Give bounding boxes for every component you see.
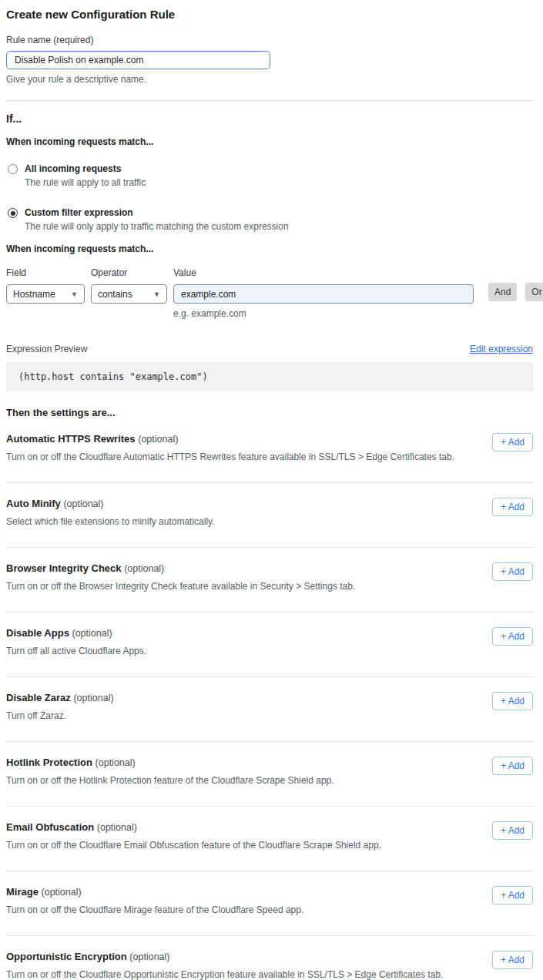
setting-optional: (optional) [124, 563, 164, 574]
field-select[interactable]: Hostname ▼ [6, 284, 85, 304]
or-button[interactable]: Or [525, 283, 543, 301]
setting-row-hotlink-protection: Hotlink Protection (optional) Turn on or… [6, 757, 533, 786]
expression-builder-row: Field Hostname ▼ Operator contains ▼ Val… [6, 267, 533, 319]
setting-name: Auto Minify [6, 498, 61, 509]
section-divider [6, 100, 533, 101]
radio-button-icon[interactable] [8, 164, 18, 174]
setting-description: Select which file extensions to minify a… [6, 516, 215, 527]
rule-name-label: Rule name (required) [6, 35, 533, 45]
setting-optional: (optional) [96, 757, 136, 768]
radio-description: The rule will apply to all traffic [25, 177, 146, 188]
setting-divider [6, 482, 533, 483]
expression-preview-label: Expression Preview [6, 344, 87, 354]
setting-divider [6, 676, 533, 677]
incoming-requests-match-label: When incoming requests match... [6, 136, 533, 147]
setting-divider [6, 741, 533, 742]
setting-row-mirage: Mirage (optional) Turn on or off the Clo… [6, 886, 533, 915]
setting-divider [6, 806, 533, 807]
add-button[interactable]: + Add [492, 821, 533, 840]
and-button[interactable]: And [488, 283, 517, 301]
setting-description: Turn on or off the Browser Integrity Che… [6, 581, 355, 592]
field-select-value: Hostname [13, 289, 55, 300]
setting-description: Turn on or off the Cloudflare Opportunis… [6, 969, 443, 980]
setting-optional: (optional) [138, 434, 178, 445]
setting-row-auto-minify: Auto Minify (optional) Select which file… [6, 498, 533, 527]
add-button[interactable]: + Add [492, 562, 533, 581]
operator-label: Operator [91, 267, 167, 278]
chevron-down-icon: ▼ [71, 290, 78, 298]
expression-preview-code: (http.host contains "example.com") [6, 362, 533, 391]
setting-row-automatic-https-rewrites: Automatic HTTPS Rewrites (optional) Turn… [6, 433, 533, 462]
setting-divider [6, 871, 533, 871]
setting-description: Turn on or off the Cloudflare Automatic … [6, 451, 454, 462]
setting-divider [6, 935, 533, 936]
setting-optional: (optional) [73, 693, 113, 703]
setting-row-disable-zaraz: Disable Zaraz (optional) Turn off Zaraz.… [6, 692, 533, 721]
rule-name-input[interactable] [6, 51, 270, 69]
expression-builder-heading: When incoming requests match... [6, 243, 533, 254]
chevron-down-icon: ▼ [153, 290, 160, 298]
field-label: Field [6, 267, 85, 278]
setting-row-disable-apps: Disable Apps (optional) Turn off all act… [6, 627, 533, 656]
edit-expression-link[interactable]: Edit expression [470, 344, 533, 354]
radio-label: All incoming requests [25, 163, 146, 174]
setting-optional: (optional) [129, 951, 169, 962]
setting-optional: (optional) [72, 628, 112, 639]
value-label: Value [173, 267, 474, 278]
setting-description: Turn off all active Cloudflare Apps. [6, 646, 146, 656]
setting-divider [6, 612, 533, 612]
add-button[interactable]: + Add [492, 433, 533, 451]
setting-row-browser-integrity-check: Browser Integrity Check (optional) Turn … [6, 562, 533, 592]
setting-name: Automatic HTTPS Rewrites [6, 433, 136, 445]
add-button[interactable]: + Add [492, 498, 533, 516]
add-button[interactable]: + Add [492, 757, 533, 775]
setting-name: Browser Integrity Check [6, 562, 122, 574]
if-heading: If... [6, 112, 533, 125]
rule-name-group: Rule name (required) Give your rule a de… [6, 35, 533, 85]
setting-name: Email Obfuscation [6, 821, 94, 833]
setting-name: Disable Apps [6, 627, 69, 639]
setting-row-opportunistic-encryption: Opportunistic Encryption (optional) Turn… [6, 951, 533, 980]
setting-description: Turn off Zaraz. [6, 710, 114, 721]
setting-optional: (optional) [97, 822, 137, 833]
setting-divider [6, 547, 533, 548]
operator-select-value: contains [98, 289, 132, 300]
operator-select[interactable]: contains ▼ [91, 284, 167, 304]
add-button[interactable]: + Add [492, 692, 533, 710]
setting-optional: (optional) [63, 498, 103, 509]
setting-optional: (optional) [42, 887, 82, 898]
radio-all-incoming-requests[interactable]: All incoming requests The rule will appl… [6, 163, 533, 188]
add-button[interactable]: + Add [492, 886, 533, 904]
add-button[interactable]: + Add [492, 951, 533, 969]
value-input[interactable] [173, 284, 474, 304]
radio-description: The rule will only apply to traffic matc… [25, 221, 289, 232]
radio-button-icon[interactable] [8, 208, 18, 218]
add-button[interactable]: + Add [492, 627, 533, 646]
setting-name: Mirage [6, 886, 39, 898]
page-title: Create new Configuration Rule [6, 8, 533, 21]
setting-name: Disable Zaraz [6, 692, 71, 703]
setting-description: Turn on or off the Hotlink Protection fe… [6, 775, 334, 786]
rule-name-help: Give your rule a descriptive name. [6, 74, 533, 85]
setting-name: Hotlink Protection [6, 757, 92, 768]
radio-label: Custom filter expression [25, 207, 289, 218]
then-settings-heading: Then the settings are... [6, 407, 533, 418]
setting-name: Opportunistic Encryption [6, 951, 127, 962]
value-help: e.g. example.com [173, 308, 474, 319]
setting-description: Turn on or off the Cloudflare Email Obfu… [6, 840, 381, 851]
setting-description: Turn on or off the Cloudflare Mirage fea… [6, 904, 303, 915]
setting-row-email-obfuscation: Email Obfuscation (optional) Turn on or … [6, 821, 533, 851]
radio-custom-filter-expression[interactable]: Custom filter expression The rule will o… [6, 207, 533, 232]
create-configuration-rule-page: Create new Configuration Rule Rule name … [0, 0, 543, 980]
